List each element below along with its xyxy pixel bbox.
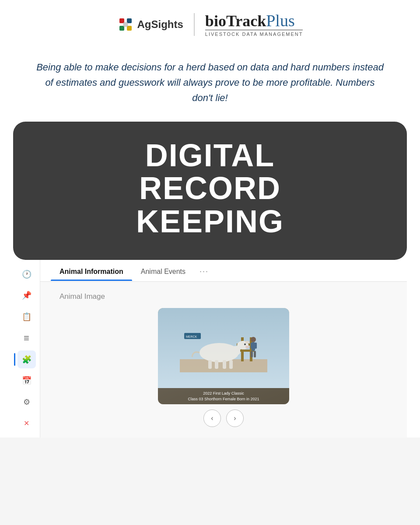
biotrack-plus: Plus	[266, 11, 294, 30]
image-buttons: ‹ ›	[203, 410, 244, 427]
chevron-left-icon: ‹	[211, 414, 213, 422]
sidebar-item-pin[interactable]: 📌	[18, 287, 36, 304]
svg-point-13	[245, 341, 249, 343]
image-prev-button[interactable]: ‹	[203, 410, 221, 427]
svg-rect-4	[123, 22, 128, 27]
animal-image-placeholder: MERCK 2022 First Lady Classic Class 03 S…	[158, 308, 289, 404]
sidebar: 🕐 📌 📋 ≡ 🧩 📅 ⚙ ✕	[13, 260, 40, 438]
animal-image-section: Animal Image	[51, 292, 396, 427]
filter-icon: ≡	[24, 332, 29, 344]
chevron-right-icon: ›	[234, 414, 236, 422]
agsights-label: AgSights	[137, 18, 183, 31]
biotrack-name: bioTrackPlus	[205, 12, 295, 29]
image-next-button[interactable]: ›	[226, 410, 244, 427]
sidebar-item-calendar[interactable]: 📅	[18, 372, 36, 390]
svg-rect-25	[254, 351, 256, 357]
tagline-section: Being able to make decisions for a herd …	[0, 46, 420, 122]
calendar-icon: 📅	[22, 376, 32, 385]
cattle-silhouette-svg: MERCK	[180, 324, 267, 372]
main-content: Animal Information Animal Events ··· Ani…	[40, 260, 407, 438]
svg-rect-22	[251, 343, 253, 349]
svg-text:MERCK: MERCK	[186, 335, 197, 338]
svg-point-14	[244, 343, 246, 345]
svg-rect-16	[208, 360, 212, 369]
drk-banner: DIGITAL RECORD KEEPING	[13, 122, 407, 260]
sidebar-item-clipboard[interactable]: 📋	[18, 308, 36, 326]
sidebar-item-filter[interactable]: ≡	[18, 329, 36, 347]
svg-point-15	[245, 346, 249, 348]
cattle-image-top: MERCK	[158, 308, 289, 388]
animal-image-label: Animal Image	[51, 292, 105, 301]
logo-divider	[194, 13, 195, 36]
history-icon: 🕐	[22, 270, 32, 279]
puzzle-icon: 🧩	[22, 355, 32, 364]
biotrack-bold: bioTrack	[205, 12, 266, 30]
svg-rect-17	[215, 360, 218, 369]
sidebar-item-close[interactable]: ✕	[18, 415, 36, 433]
cattle-image-sim: MERCK 2022 First Lady Classic Class 03 S…	[158, 308, 289, 404]
tab-more-button[interactable]: ···	[194, 260, 214, 281]
biotrack-logo: bioTrackPlus LIVESTOCK DATA MANAGEMENT	[205, 12, 303, 37]
sidebar-item-settings[interactable]: ⚙	[18, 393, 36, 411]
svg-rect-23	[255, 343, 257, 349]
svg-point-20	[251, 337, 256, 342]
tab-animal-events[interactable]: Animal Events	[132, 261, 194, 281]
sidebar-item-history[interactable]: 🕐	[18, 265, 36, 283]
agsights-logo: AgSights	[117, 16, 183, 33]
biotrack-subtitle: LIVESTOCK DATA MANAGEMENT	[205, 30, 303, 37]
sidebar-item-puzzle[interactable]: 🧩	[18, 350, 36, 368]
clipboard-icon: 📋	[22, 312, 32, 322]
agsights-icon	[117, 16, 134, 33]
header: AgSights bioTrackPlus LIVESTOCK DATA MAN…	[0, 0, 420, 46]
pin-icon: 📌	[22, 290, 32, 300]
svg-rect-24	[251, 351, 253, 357]
banner-wrapper: DIGITAL RECORD KEEPING 🕐 📌 📋 ≡ 🧩 �	[0, 122, 420, 438]
close-icon: ✕	[24, 419, 29, 427]
cattle-caption: 2022 First Lady Classic Class 03 Shortho…	[158, 388, 289, 404]
drk-line1: DIGITAL RECORD KEEPING	[26, 139, 394, 238]
app-screenshot: 🕐 📌 📋 ≡ 🧩 📅 ⚙ ✕	[13, 247, 407, 438]
tab-animal-information[interactable]: Animal Information	[51, 261, 132, 281]
content-panel: Animal Image	[40, 282, 407, 438]
tabs-bar: Animal Information Animal Events ···	[40, 260, 407, 282]
svg-rect-19	[229, 360, 233, 369]
settings-icon: ⚙	[23, 397, 30, 407]
tagline-text: Being able to make decisions for a herd …	[35, 60, 385, 106]
svg-rect-18	[223, 360, 226, 369]
